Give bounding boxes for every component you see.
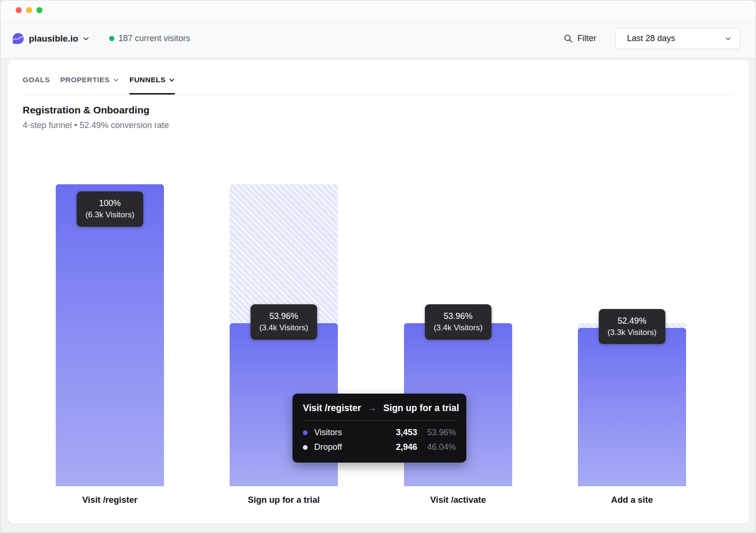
- conversion-badge: 52.49%(3.3k Visitors): [599, 309, 666, 344]
- funnel-step-column: 52.49%(3.3k Visitors)Add a site: [578, 184, 686, 486]
- tab-goals-label: GOALS: [23, 76, 50, 84]
- filter-label: Filter: [577, 34, 596, 43]
- window-titlebar: [0, 0, 756, 19]
- tooltip-dropoff-row: Dropoff 2,946 46.04%: [303, 440, 456, 455]
- funnel-title: Registration & Onboarding: [23, 104, 734, 116]
- tab-properties-label: PROPERTIES: [60, 76, 110, 84]
- badge-percentage: 53.96%: [434, 310, 483, 322]
- tooltip-visitors-row: Visitors 3,453 53.96%: [303, 425, 456, 440]
- funnel-step-label: Add a site: [578, 495, 686, 505]
- chevron-down-icon: [725, 35, 731, 42]
- chevron-down-icon: [113, 77, 119, 83]
- date-range-value: Last 28 days: [627, 34, 725, 43]
- dropoff-hatched-area[interactable]: [230, 184, 338, 323]
- badge-visitors: (3.4k Visitors): [434, 322, 483, 334]
- funnel-chart: 100%(6.3k Visitors)Visit /register53.96%…: [56, 184, 689, 524]
- search-icon: [564, 34, 573, 43]
- chevron-down-icon: [83, 35, 89, 42]
- main-area: GOALS PROPERTIES FUNNELS Registration & …: [0, 58, 756, 533]
- current-visitors-label: 187 current visitors: [119, 34, 190, 43]
- badge-visitors: (3.3k Visitors): [608, 327, 657, 339]
- tab-properties[interactable]: PROPERTIES: [60, 76, 119, 95]
- funnel-subtitle: 4-step funnel • 52.49% conversion rate: [23, 120, 734, 130]
- filter-button[interactable]: Filter: [564, 34, 596, 43]
- tooltip-dropoff-label: Dropoff: [314, 442, 396, 452]
- badge-percentage: 53.96%: [259, 310, 309, 322]
- tooltip-visitors-label: Visitors: [314, 428, 396, 438]
- badge-visitors: (3.4k Visitors): [259, 322, 309, 334]
- funnel-step-label: Visit /register: [56, 495, 164, 505]
- site-name: plausible.io: [29, 34, 78, 44]
- live-visitors-dot-icon: [109, 36, 114, 41]
- tooltip-dropoff-pct: 46.04%: [417, 442, 456, 452]
- plausible-logo-icon: [12, 32, 25, 45]
- tab-goals[interactable]: GOALS: [23, 76, 50, 95]
- app-header: plausible.io 187 current visitors Filter…: [0, 19, 756, 58]
- tooltip-visitors-pct: 53.96%: [417, 428, 456, 438]
- badge-percentage: 100%: [86, 197, 135, 209]
- funnel-step-label: Visit /activate: [404, 495, 512, 505]
- chevron-down-icon: [169, 77, 175, 83]
- badge-visitors: (6.3k Visitors): [86, 209, 135, 221]
- app-window: plausible.io 187 current visitors Filter…: [0, 0, 756, 533]
- maximize-window-button[interactable]: [36, 7, 43, 13]
- tooltip-from-step: Visit /register: [303, 403, 361, 413]
- date-range-select[interactable]: Last 28 days: [615, 28, 740, 49]
- funnel-step-label: Sign up for a trial: [230, 495, 338, 505]
- funnel-tooltip: Visit /register → Sign up for a trial Vi…: [292, 394, 466, 463]
- tab-funnels[interactable]: FUNNELS: [129, 76, 175, 95]
- funnel-bar[interactable]: [578, 328, 686, 486]
- tooltip-dropoff-value: 2,946: [396, 442, 417, 452]
- tooltip-header: Visit /register → Sign up for a trial: [303, 403, 456, 413]
- tooltip-visitors-value: 3,453: [396, 428, 417, 438]
- dropoff-dot-icon: [303, 445, 308, 450]
- conversion-badge: 53.96%(3.4k Visitors): [425, 304, 492, 340]
- funnel-bar[interactable]: [56, 184, 164, 486]
- funnel-step-column: 100%(6.3k Visitors)Visit /register: [56, 184, 164, 486]
- arrow-right-icon: →: [368, 403, 377, 413]
- badge-percentage: 52.49%: [608, 315, 657, 327]
- site-switcher[interactable]: plausible.io: [12, 32, 89, 45]
- tab-funnels-label: FUNNELS: [129, 76, 165, 84]
- current-visitors: 187 current visitors: [109, 34, 190, 43]
- close-window-button[interactable]: [16, 7, 22, 13]
- funnels-card: GOALS PROPERTIES FUNNELS Registration & …: [8, 60, 749, 524]
- tab-bar: GOALS PROPERTIES FUNNELS: [23, 60, 734, 95]
- visitors-dot-icon: [303, 430, 308, 435]
- tooltip-divider: [303, 420, 456, 421]
- conversion-badge: 53.96%(3.4k Visitors): [250, 304, 318, 340]
- tooltip-to-step: Sign up for a trial: [383, 403, 459, 413]
- conversion-badge: 100%(6.3k Visitors): [77, 191, 144, 227]
- minimize-window-button[interactable]: [26, 7, 32, 13]
